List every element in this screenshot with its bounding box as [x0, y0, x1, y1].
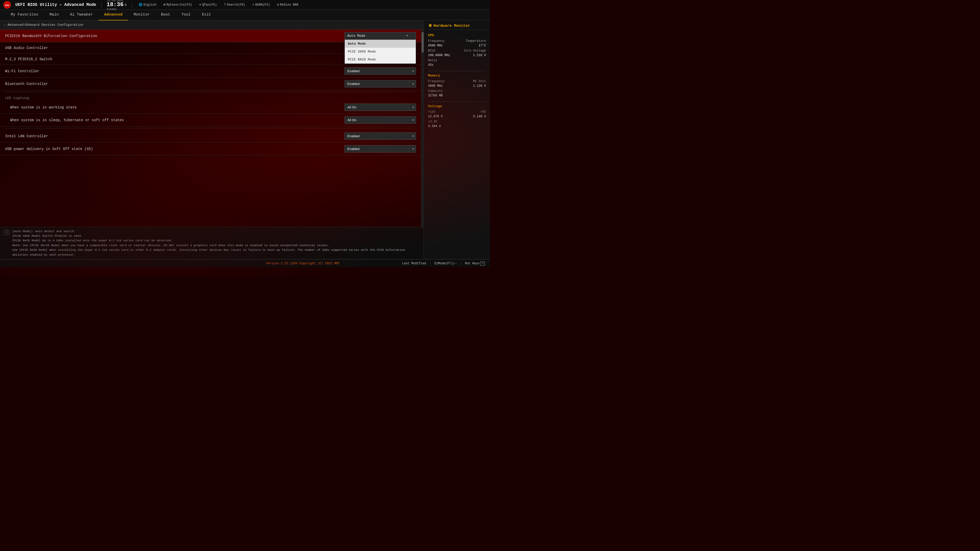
- pciex16-dropdown-selected[interactable]: Auto Mode: [345, 32, 416, 40]
- sidebar-voltage-section: Voltage +12V +5V 12.076 V 5.140 V +3.3V …: [428, 104, 486, 128]
- nav-my-favorites[interactable]: My Favorites: [5, 10, 44, 21]
- voltage-12v-value-row: 12.076 V 5.140 V: [428, 115, 486, 118]
- m2-switch-label: M.2_3 PCIEX16_2 Switch: [5, 57, 52, 61]
- hardware-monitor-sidebar: 🖥 Hardware Monitor CPU Frequency Tempera…: [424, 21, 490, 259]
- setting-led-sleep[interactable]: When system is in sleep, hibernate or so…: [0, 114, 421, 127]
- nav-advanced[interactable]: Advanced: [99, 10, 128, 21]
- led-sleep-label: When system is in sleep, hibernate or so…: [10, 118, 124, 122]
- star-icon: ⊞: [164, 3, 165, 6]
- search-button[interactable]: ? Search(F9): [223, 3, 247, 7]
- cpu-ratio-value-row: 45x: [428, 63, 486, 67]
- voltage-33v-row: +3.3V: [428, 120, 486, 124]
- footer-right: Last Modified EzMode(F7)|→ Hot Keys ?: [402, 262, 485, 265]
- nav-boot[interactable]: Boot: [156, 10, 176, 21]
- cpu-ratio-value: 45x: [428, 63, 434, 67]
- bluetooth-dropdown[interactable]: Enabled Disabled: [345, 80, 416, 87]
- cpu-section-title: CPU: [428, 33, 486, 37]
- memory-section-title: Memory: [428, 74, 486, 78]
- cpu-temperature-key: Temperature: [466, 39, 486, 43]
- cpu-ratio-row: Ratio: [428, 59, 486, 62]
- content-scroll-area: PCIEX16 Bandwidth Bifurcation Configurat…: [0, 30, 424, 227]
- globe-icon: 🌐: [138, 3, 142, 6]
- memory-capacity-key: Capacity: [428, 89, 443, 93]
- nav-ai-tweaker[interactable]: Ai Tweaker: [64, 10, 99, 21]
- search-icon: ?: [224, 3, 226, 6]
- setting-usb-power[interactable]: USB power delivery in Soft Off state (S5…: [0, 143, 421, 156]
- cpu-bclk-key: BCLK: [428, 49, 435, 52]
- wifi-label: Wi-Fi Controller: [5, 69, 39, 73]
- setting-intel-lan[interactable]: Intel LAN Controller Enabled Disabled: [0, 130, 421, 143]
- time-display: 18:36 ⚙: [107, 2, 127, 8]
- info-panel: i [Auto Mode]: Auto detect and switch. […: [0, 227, 424, 259]
- hot-keys-button[interactable]: Hot Keys ?: [465, 262, 485, 265]
- v12-value: 12.076 V: [428, 115, 443, 118]
- intel-lan-dropdown-wrapper: Enabled Disabled: [345, 132, 416, 140]
- wifi-dropdown[interactable]: Enabled Disabled: [345, 67, 416, 75]
- nav-main[interactable]: Main: [44, 10, 64, 21]
- header-divider-2: [132, 2, 132, 8]
- wifi-dropdown-wrapper: Enabled Disabled: [345, 67, 416, 75]
- cpu-bclk-value-row: 100.0000 MHz 1.216 V: [428, 54, 486, 57]
- led-sleep-control: All On All Off: [345, 116, 416, 124]
- v33-value: 3.344 V: [428, 124, 441, 128]
- aura-icon: ☀: [252, 3, 254, 6]
- nav-tool[interactable]: Tool: [176, 10, 196, 21]
- monitor-icon: 🖥: [428, 24, 432, 28]
- cpu-bclk-value: 100.0000 MHz: [428, 54, 450, 57]
- voltage-12v-row: +12V +5V: [428, 110, 486, 114]
- myfavorite-button[interactable]: ⊞ MyFavorite(F3): [162, 2, 194, 7]
- intel-lan-control: Enabled Disabled: [345, 132, 416, 140]
- usb-power-dropdown[interactable]: Enabled Disabled: [345, 145, 416, 152]
- last-modified-button[interactable]: Last Modified: [402, 262, 426, 265]
- dropdown-option-x8x8[interactable]: PCIE X8X8 Mode: [345, 48, 416, 56]
- breadcrumb-path: Advanced\Onboard Devices Configuration: [8, 23, 83, 27]
- led-section-header: LED lighting: [0, 94, 421, 101]
- v5-value: 5.140 V: [473, 115, 486, 118]
- v5-key: +5V: [480, 110, 486, 114]
- info-text: [Auto Mode]: Auto detect and switch. [PC…: [12, 229, 420, 257]
- memory-frequency-key: Frequency: [428, 79, 445, 83]
- cpu-frequency-row: Frequency Temperature: [428, 39, 486, 43]
- led-working-label: When system is in working state: [10, 105, 76, 110]
- bios-logo: ROG: [3, 1, 11, 9]
- setting-led-working[interactable]: When system is in working state All On A…: [0, 101, 421, 114]
- breadcrumb: ← Advanced\Onboard Devices Configuration: [0, 21, 424, 30]
- setting-bluetooth-controller[interactable]: Bluetooth Controller Enabled Disabled: [0, 78, 421, 90]
- content-area: ← Advanced\Onboard Devices Configuration…: [0, 21, 424, 259]
- led-sleep-dropdown[interactable]: All On All Off: [345, 116, 416, 124]
- dropdown-option-auto-mode[interactable]: Auto Mode: [345, 40, 416, 48]
- memory-frequency-value: 4800 MHz: [428, 84, 443, 88]
- scrollbar[interactable]: [421, 30, 424, 227]
- rog-logo-icon: ROG: [3, 1, 11, 9]
- back-arrow-icon[interactable]: ←: [4, 23, 6, 27]
- nav-exit[interactable]: Exit: [196, 10, 217, 21]
- led-working-dropdown[interactable]: All On All Off: [345, 103, 416, 111]
- memory-capacity-value-row: 32768 MB: [428, 94, 486, 97]
- memory-capacity-row: Capacity: [428, 89, 486, 93]
- setting-pciex16-bifurcation[interactable]: PCIEX16 Bandwidth Bifurcation Configurat…: [0, 30, 421, 42]
- led-sleep-dropdown-wrapper: All On All Off: [345, 116, 416, 124]
- intel-lan-dropdown[interactable]: Enabled Disabled: [345, 132, 416, 140]
- cpu-frequency-key: Frequency: [428, 39, 445, 43]
- main-layout: ← Advanced\Onboard Devices Configuration…: [0, 21, 490, 259]
- sidebar-memory-section: Memory Frequency MC Volt 4800 MHz 1.120 …: [428, 74, 486, 97]
- dropdown-option-raid[interactable]: PCIE RAID Mode: [345, 56, 416, 64]
- sidebar-cpu-section: CPU Frequency Temperature 4500 MHz 17°C …: [428, 33, 486, 67]
- cpu-bclk-row: BCLK Core Voltage: [428, 49, 486, 52]
- sidebar-divider-2: [428, 102, 486, 102]
- cpu-frequency-value: 4500 MHz: [428, 44, 443, 48]
- language-button[interactable]: 🌐 English: [137, 2, 158, 7]
- scrollbar-thumb[interactable]: [422, 32, 424, 52]
- wifi-control: Enabled Disabled: [345, 67, 416, 75]
- setting-wifi-controller[interactable]: Wi-Fi Controller Enabled Disabled: [0, 65, 421, 78]
- qfan-button[interactable]: ⊙ Qfan(F6): [198, 2, 218, 7]
- led-working-control: All On All Off: [345, 103, 416, 111]
- cpu-frequency-value-row: 4500 MHz 17°C: [428, 44, 486, 48]
- nav-monitor[interactable]: Monitor: [128, 10, 156, 21]
- footer-divider-1: [430, 262, 430, 265]
- header: ROG UEFI BIOS Utility – Advanced Mode 12…: [0, 0, 490, 10]
- aura-button[interactable]: ☀ AURA(F4): [251, 2, 272, 7]
- ez-mode-button[interactable]: EzMode(F7)|→: [434, 262, 456, 265]
- resizebar-button[interactable]: ⊟ ReSize BAR: [275, 2, 300, 7]
- settings-gear-icon[interactable]: ⚙: [124, 3, 127, 6]
